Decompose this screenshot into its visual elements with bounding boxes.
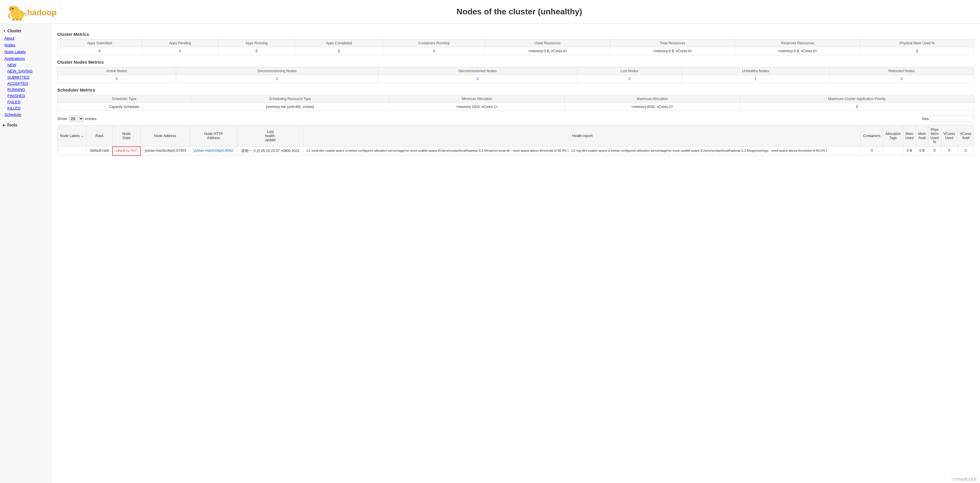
- svg-rect-4: [12, 19, 15, 21]
- col-apps-completed: Apps Completed: [295, 39, 383, 47]
- col-scheduler-type: Scheduler Type: [57, 95, 191, 103]
- col-minimum-allocation: Minimum Allocation: [389, 95, 565, 103]
- cluster-nodes-metrics-title: Cluster Nodes Metrics: [57, 60, 974, 65]
- sidebar-item-applications[interactable]: Applications: [0, 55, 51, 62]
- scheduler-metrics-title: Scheduler Metrics: [57, 87, 974, 92]
- cluster-section-header[interactable]: ▼ Cluster: [0, 27, 51, 35]
- sidebar-item-submitted[interactable]: SUBMITTED: [0, 74, 51, 80]
- td-node-http-address[interactable]: yuxiao-macbookpro:8042: [190, 147, 237, 156]
- val-rebooted-nodes[interactable]: 0: [829, 75, 974, 83]
- entries-label: entries: [85, 116, 97, 121]
- sidebar-item-about[interactable]: About: [0, 35, 51, 42]
- cluster-arrow: ▼: [3, 29, 6, 33]
- page-title: Nodes of the cluster (unhealthy): [65, 7, 974, 16]
- sidebar-item-nodes[interactable]: Nodes: [0, 42, 51, 48]
- search-label: Sea: [922, 116, 929, 121]
- tools-section: ▶ Tools: [0, 121, 51, 129]
- node-table: Node Labels ▲ Rack NodeState Node Addres…: [57, 125, 974, 156]
- th-node-labels[interactable]: Node Labels ▲: [57, 125, 87, 147]
- th-vcores-used[interactable]: VCoresUsed: [941, 125, 958, 147]
- col-reserved-resources: Reserved Resources: [735, 39, 860, 47]
- sidebar-item-accepted[interactable]: ACCEPTED: [0, 80, 51, 87]
- th-containers[interactable]: Containers: [861, 125, 883, 147]
- col-physical-mem-used: Physical Mem Used %: [860, 39, 974, 47]
- td-health-report: 1/1 local-dirs usable space is below con…: [304, 147, 861, 156]
- th-mem-used[interactable]: MemUsed: [903, 125, 916, 147]
- col-unhealthy-nodes: Unhealthy Nodes: [682, 67, 829, 75]
- scheduler-metrics-table: Scheduler Type Scheduling Resource Type …: [57, 95, 974, 111]
- sidebar-item-new[interactable]: NEW: [0, 62, 51, 68]
- entries-select[interactable]: 20 50 100: [68, 115, 84, 122]
- val-apps-completed: 0: [295, 47, 383, 55]
- td-node-labels: [57, 147, 87, 156]
- val-total-resources: <memory:0 B, vCores:0>: [610, 47, 735, 55]
- val-scheduler-type: Capacity Scheduler: [57, 103, 191, 111]
- val-lost-nodes[interactable]: 0: [577, 75, 682, 83]
- cluster-metrics-row: 0 0 0 0 0 <memory:0 B, vCores:0> <memory…: [57, 47, 974, 55]
- td-allocation-tags: [883, 147, 903, 156]
- col-decommissioning-nodes: Decommissioning Nodes: [176, 67, 378, 75]
- table-row: /default-rack UNHEALTHY yuxiao-macbookpr…: [57, 147, 974, 156]
- td-rack: /default-rack: [87, 147, 113, 156]
- col-decommissioned-nodes: Decommissioned Nodes: [378, 67, 577, 75]
- val-apps-pending: 0: [142, 47, 218, 55]
- search-input[interactable]: [930, 116, 974, 122]
- val-reserved-resources: <memory:0 B, vCores:0>: [735, 47, 860, 55]
- col-rebooted-nodes: Rebooted Nodes: [829, 67, 974, 75]
- show-entries-left: Show 20 50 100 entries: [57, 115, 97, 122]
- val-apps-submitted: 0: [57, 47, 142, 55]
- show-label: Show: [57, 116, 67, 121]
- th-node-address[interactable]: Node Address: [140, 125, 190, 147]
- cluster-metrics-table: Apps Submitted Apps Pending Apps Running…: [57, 39, 974, 55]
- svg-rect-6: [19, 19, 22, 21]
- td-last-health-update: 星期一 六月 05 16:23:37 +0800 2023: [237, 147, 304, 156]
- th-vcores-avail[interactable]: VCoresAvail: [958, 125, 974, 147]
- col-total-resources: Total Resources: [610, 39, 735, 47]
- scheduler-metrics-row: Capacity Scheduler [memory-mb (unit=Mi),…: [57, 103, 974, 111]
- val-decommissioning-nodes[interactable]: 0: [176, 75, 378, 83]
- th-phys-mem-used-pct[interactable]: PhysMemUsed%: [928, 125, 941, 147]
- th-node-http-address[interactable]: Node HTTPAddress: [190, 125, 237, 147]
- val-physical-mem-used: 0: [860, 47, 974, 55]
- sidebar-item-new-saving[interactable]: NEW_SAVING: [0, 68, 51, 74]
- col-apps-pending: Apps Pending: [142, 39, 218, 47]
- sidebar-item-killed[interactable]: KILLED: [0, 105, 51, 111]
- col-maximum-allocation: Maximum Allocation: [565, 95, 740, 103]
- node-table-header-row: Node Labels ▲ Rack NodeState Node Addres…: [57, 125, 974, 147]
- cluster-nodes-metrics-table: Active Nodes Decommissioning Nodes Decom…: [57, 67, 974, 83]
- tools-section-header[interactable]: ▶ Tools: [0, 121, 51, 129]
- val-active-nodes[interactable]: 0: [57, 75, 176, 83]
- val-minimum-allocation: <memory:1024, vCores:1>: [389, 103, 565, 111]
- sidebar-item-finished[interactable]: FINISHED: [0, 93, 51, 99]
- page-header: hadoop Nodes of the cluster (unhealthy): [0, 0, 980, 24]
- val-unhealthy-nodes[interactable]: 1: [682, 75, 829, 83]
- cluster-section: ▼ Cluster About Nodes Node Labels Applic…: [0, 27, 51, 118]
- col-lost-nodes: Lost Nodes: [577, 67, 682, 75]
- sidebar-item-node-labels[interactable]: Node Labels: [0, 48, 51, 55]
- th-allocation-tags[interactable]: AllocationTags: [883, 125, 903, 147]
- sidebar: ▼ Cluster About Nodes Node Labels Applic…: [0, 24, 51, 483]
- th-node-state[interactable]: NodeState: [113, 125, 140, 147]
- col-max-cluster-app-priority: Maximum Cluster Application Priority: [740, 95, 974, 103]
- logo-area: hadoop: [6, 3, 65, 21]
- cluster-nodes-metrics-row: 0 0 0 0 1 0: [57, 75, 974, 83]
- td-node-address: yuxiao-macbookpro:57454: [140, 147, 190, 156]
- watermark: CSDN@简洁先生: [952, 477, 977, 481]
- sidebar-item-failed[interactable]: FAILED: [0, 99, 51, 105]
- cluster-metrics-title: Cluster Metrics: [57, 32, 974, 37]
- sidebar-item-running[interactable]: RUNNING: [0, 87, 51, 93]
- logo-text: hadoop: [27, 8, 57, 17]
- th-last-health-update[interactable]: Lasthealth-update: [237, 125, 304, 147]
- main-layout: ▼ Cluster About Nodes Node Labels Applic…: [0, 24, 980, 483]
- cluster-label: Cluster: [7, 29, 21, 33]
- sort-arrow-node-labels: ▲: [81, 134, 84, 138]
- val-decommissioned-nodes[interactable]: 0: [378, 75, 577, 83]
- search-right: Sea: [922, 116, 974, 122]
- col-apps-running: Apps Running: [218, 39, 295, 47]
- show-entries-bar: Show 20 50 100 entries Sea: [57, 115, 974, 122]
- th-health-report[interactable]: Health-report: [304, 125, 861, 147]
- val-containers-running: 0: [383, 47, 485, 55]
- sidebar-item-scheduler[interactable]: Scheduler: [0, 111, 51, 118]
- th-mem-avail[interactable]: MemAvail: [916, 125, 928, 147]
- th-rack[interactable]: Rack: [87, 125, 113, 147]
